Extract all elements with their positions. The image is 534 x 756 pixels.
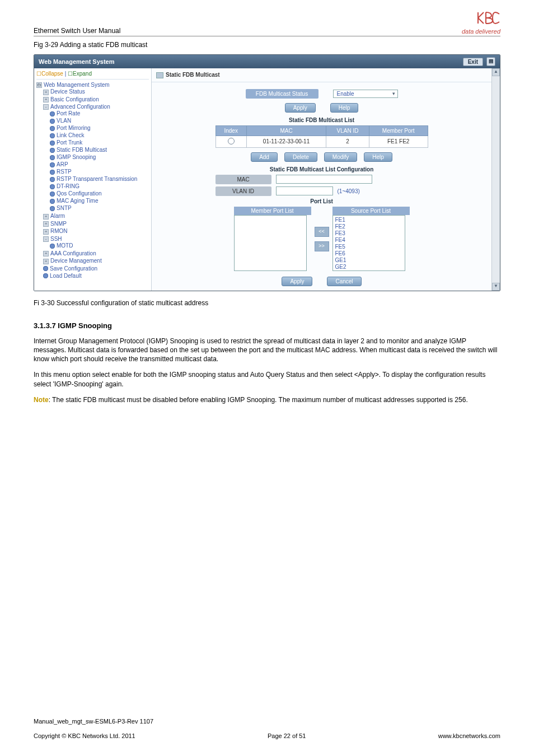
apply-button[interactable]: Apply [285, 103, 316, 113]
note-label: Note [34, 396, 49, 404]
paragraph-2: In this menu option select enable for bo… [34, 370, 500, 388]
doc-title: Ethernet Switch User Manual [34, 27, 120, 35]
tree-device-status[interactable]: Device Status [50, 88, 85, 95]
cell-vlan: 2 [326, 136, 369, 147]
multicast-table: Index MAC VLAN ID Member Port 01-11-22-3… [216, 125, 428, 148]
cell-mac: 01-11-22-33-00-11 [246, 136, 326, 147]
tree-save-config[interactable]: Save Configuration [50, 265, 97, 272]
tree-port-trunk[interactable]: Port Trunk [57, 139, 82, 146]
tree-load-default[interactable]: Load Default [50, 273, 82, 279]
tree-igmp[interactable]: IGMP Snooping [57, 154, 96, 160]
tree-sntp[interactable]: SNTP [57, 205, 72, 211]
cancel-button[interactable]: Cancel [327, 277, 361, 286]
tree-port-mirroring[interactable]: Port Mirroring [57, 125, 91, 131]
section-heading: 3.1.3.7 IGMP Snooping [34, 321, 500, 330]
tree-snmp[interactable]: SNMP [50, 221, 67, 227]
row-radio[interactable] [228, 138, 235, 144]
tree-rstp[interactable]: RSTP [57, 169, 72, 175]
gear-icon [50, 111, 55, 116]
scroll-down-icon[interactable]: ▼ [492, 283, 500, 291]
gear-icon [50, 155, 55, 160]
tree-arp[interactable]: ARP [57, 161, 68, 167]
footer-manual-id: Manual_web_mgt_sw-ESML6-P3-Rev 1107 [34, 718, 500, 725]
move-left-button[interactable]: << [315, 227, 329, 237]
th-index: Index [216, 125, 246, 136]
th-vlan: VLAN ID [326, 125, 369, 136]
tree-alarm[interactable]: Alarm [50, 213, 65, 219]
gear-icon [50, 244, 55, 249]
gear-icon [50, 133, 55, 138]
tree-ssh[interactable]: SSH [50, 236, 62, 242]
member-port-box[interactable] [234, 215, 307, 271]
tree-static-fdb[interactable]: Static FDB Multicast [57, 147, 107, 153]
paragraph-1: Internet Group Management Protocol (IGMP… [34, 337, 500, 364]
gear-icon [43, 266, 48, 271]
footer-copyright: Copyright © KBC Networks Ltd. 2011 [34, 732, 135, 739]
cell-member: FE1 FE2 [369, 136, 428, 147]
gear-icon [43, 273, 48, 278]
window-title: Web Management System [39, 58, 115, 65]
folder-icon [156, 72, 163, 78]
tree-port-rate[interactable]: Port Rate [57, 110, 80, 116]
exit-button[interactable]: Exit [463, 58, 483, 66]
nav-tree: 🗀Web Management System +Device Status +B… [36, 81, 149, 280]
th-member: Member Port [369, 125, 428, 136]
scrollbar[interactable]: ▲ ▼ [491, 68, 500, 291]
gear-icon [50, 177, 55, 182]
figure-caption-top: Fig 3-29 Adding a static FDB multicast [34, 41, 500, 49]
help-button-2[interactable]: Help [364, 152, 392, 162]
help-button[interactable]: Help [330, 103, 359, 113]
tree-rmon[interactable]: RMON [50, 228, 68, 234]
gear-icon [50, 162, 55, 167]
page-footer: Manual_web_mgt_sw-ESML6-P3-Rev 1107 Copy… [34, 718, 500, 739]
screenshot-window: Web Management System Exit ▤ ☐Collapse |… [34, 54, 500, 291]
vlan-input[interactable] [276, 186, 333, 195]
delete-button[interactable]: Delete [284, 152, 317, 162]
multicast-list-title: Static FDB Multicast List [202, 117, 442, 123]
gear-icon [50, 126, 55, 131]
tree-motd[interactable]: MOTD [57, 242, 73, 249]
tree-adv-config[interactable]: Advanced Configuration [50, 104, 110, 110]
add-button[interactable]: Add [251, 152, 278, 162]
tree-mac-aging[interactable]: MAC Aging Time [57, 198, 98, 204]
gear-icon [50, 141, 55, 146]
gear-icon [50, 192, 55, 197]
modify-button[interactable]: Modify [324, 152, 357, 162]
table-row[interactable]: 01-11-22-33-00-11 2 FE1 FE2 [216, 136, 428, 147]
window-control-icon[interactable]: ▤ [486, 57, 495, 66]
tree-vlan[interactable]: VLAN [57, 118, 71, 124]
figure-caption-bottom: Fi 3-30 Successful configuration of stat… [34, 299, 500, 307]
paragraph-note: Note: The static FDB multicast must be d… [34, 395, 500, 404]
apply-button-2[interactable]: Apply [282, 277, 312, 286]
move-right-button[interactable]: >> [315, 241, 329, 251]
gear-icon [50, 119, 55, 124]
fdb-status-select[interactable]: Enable [333, 90, 398, 98]
tree-device-mgmt[interactable]: Device Management [50, 258, 102, 264]
member-port-head: Member Port List [234, 207, 311, 215]
cfg-mac-label: MAC [216, 175, 271, 184]
gear-icon [50, 199, 55, 204]
tree-qos[interactable]: Qos Configuration [57, 190, 102, 197]
tree-toggle-bar[interactable]: ☐Collapse | ☐Expand [36, 71, 149, 80]
gear-icon [50, 184, 55, 189]
tree-basic-config[interactable]: Basic Configuration [50, 96, 99, 102]
scroll-up-icon[interactable]: ▲ [492, 68, 500, 76]
mac-input[interactable] [276, 175, 372, 184]
source-port-head: Source Port List [332, 207, 410, 215]
tree-rstp-tt[interactable]: RSTP Transparent Transmission [57, 176, 137, 182]
tree-root[interactable]: Web Management System [44, 82, 110, 88]
gear-icon [50, 148, 55, 153]
tree-link-check[interactable]: Link Check [57, 132, 84, 138]
brand-tagline: data delivered [462, 29, 500, 35]
source-port-box[interactable]: FE1FE2FE3FE4FE5FE6GE1GE2GE3 [332, 215, 405, 271]
breadcrumb: Static FDB Multicast [166, 72, 220, 78]
th-mac: MAC [246, 125, 326, 136]
tree-aaa[interactable]: AAA Configuration [50, 250, 96, 256]
tree-dtring[interactable]: DT-RING [57, 183, 79, 189]
vlan-hint: (1~4093) [338, 188, 360, 194]
footer-url: www.kbcnetworks.com [438, 732, 500, 739]
footer-page-number: Page 22 of 51 [268, 732, 306, 739]
cfg-title: Static FDB Multicast List Configuration [202, 166, 442, 172]
cfg-vlan-label: VLAN ID [216, 186, 271, 196]
gear-icon [50, 170, 55, 175]
